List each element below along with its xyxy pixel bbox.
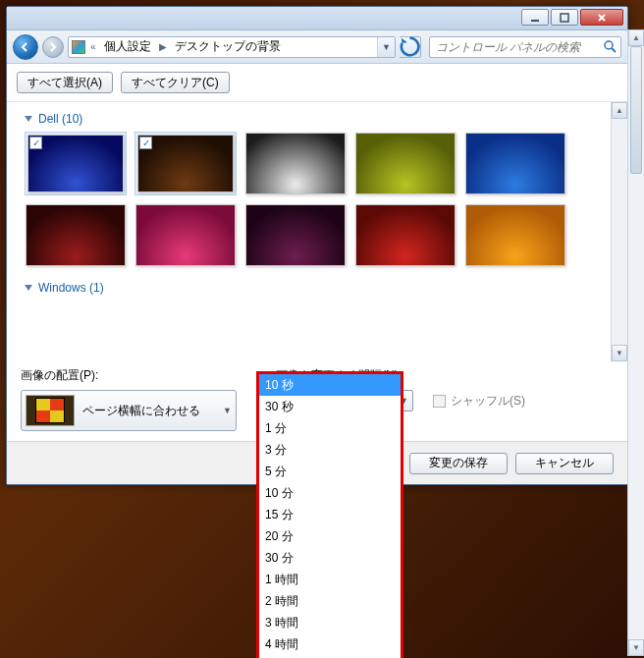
interval-option[interactable]: 15 分	[259, 504, 401, 525]
wallpaper-thumbnail[interactable]: ✓	[134, 132, 237, 195]
wallpaper-thumbnail[interactable]	[244, 132, 347, 195]
wallpaper-thumbnail[interactable]	[464, 203, 566, 267]
select-all-button[interactable]: すべて選択(A)	[17, 72, 113, 93]
save-changes-button[interactable]: 変更の保存	[409, 453, 508, 474]
scroll-down-button[interactable]: ▼	[628, 639, 644, 656]
shuffle-checkbox[interactable]: シャッフル(S)	[433, 393, 525, 410]
svg-point-2	[605, 41, 613, 49]
collapse-icon	[25, 285, 32, 291]
titlebar	[7, 7, 627, 30]
interval-option[interactable]: 30 秒	[259, 396, 401, 417]
control-panel-icon	[69, 37, 88, 57]
group-dell-label: Dell (10)	[38, 112, 82, 126]
wallpaper-image	[355, 133, 456, 194]
interval-option[interactable]: 20 分	[259, 525, 401, 547]
search-box[interactable]	[429, 36, 621, 58]
chevron-right-icon: ▶	[157, 41, 169, 52]
check-icon: ✓	[29, 137, 42, 149]
refresh-button[interactable]	[400, 36, 421, 58]
group-windows[interactable]: Windows (1)	[25, 277, 601, 301]
chevron-down-icon: ▼	[223, 406, 232, 415]
close-button[interactable]	[580, 9, 623, 26]
nav-forward-button[interactable]	[42, 36, 64, 58]
wallpaper-image	[26, 204, 126, 266]
shuffle-label: シャッフル(S)	[451, 393, 525, 410]
wallpaper-thumbnail[interactable]	[244, 203, 347, 267]
wallpaper-image	[465, 204, 565, 266]
collapse-icon	[25, 116, 32, 122]
wallpaper-grid: ✓✓	[25, 132, 601, 267]
svg-line-3	[612, 48, 616, 52]
search-input[interactable]	[430, 40, 599, 54]
address-dropdown[interactable]: ▼	[377, 37, 395, 57]
wallpaper-image	[245, 204, 346, 266]
wallpaper-thumbnail[interactable]	[354, 203, 456, 267]
minimize-button[interactable]	[521, 9, 549, 26]
breadcrumb-personalization[interactable]: 個人設定	[98, 37, 157, 57]
position-label: 画像の配置(P):	[21, 367, 237, 384]
interval-option[interactable]: 3 分	[259, 439, 401, 461]
cancel-button[interactable]: キャンセル	[515, 453, 614, 474]
scrollbar-thumb[interactable]	[630, 46, 642, 174]
scroll-down-button[interactable]: ▼	[612, 345, 627, 361]
interval-option[interactable]: 4 時間	[259, 633, 401, 655]
scroll-up-button[interactable]: ▲	[628, 29, 644, 46]
position-value: ページ横幅に合わせる	[82, 403, 215, 419]
interval-option[interactable]: 1 時間	[259, 569, 401, 590]
wallpaper-thumbnail[interactable]	[134, 203, 237, 267]
addr-prefix: «	[88, 41, 98, 52]
wallpaper-image	[465, 133, 565, 194]
wallpaper-image	[355, 204, 456, 266]
interval-option[interactable]: 5 分	[259, 461, 401, 482]
svg-rect-1	[561, 14, 568, 22]
wallpaper-image	[135, 204, 236, 266]
checkbox-box	[433, 395, 446, 408]
interval-option[interactable]: 10 分	[259, 482, 401, 504]
breadcrumb-desktop-background[interactable]: デスクトップの背景	[169, 37, 287, 57]
nav-back-button[interactable]	[13, 34, 38, 60]
position-thumbnail	[26, 395, 75, 426]
group-dell[interactable]: Dell (10)	[25, 108, 601, 132]
interval-option[interactable]: 2 時間	[259, 590, 401, 612]
wallpaper-thumbnail[interactable]	[25, 203, 127, 267]
check-icon: ✓	[139, 137, 152, 149]
outer-scrollbar[interactable]: ▲ ▼	[627, 29, 644, 656]
picture-position-dropdown[interactable]: ページ横幅に合わせる ▼	[21, 390, 237, 431]
clear-all-button[interactable]: すべてクリア(C)	[121, 72, 230, 93]
wallpaper-thumbnail[interactable]	[354, 132, 456, 195]
interval-option[interactable]: 1 分	[259, 417, 401, 439]
interval-option[interactable]: 10 秒	[259, 374, 401, 396]
interval-option[interactable]: 3 時間	[259, 612, 401, 633]
group-windows-label: Windows (1)	[38, 281, 104, 295]
content-area: Dell (10) ✓✓ Windows (1) ▲ ▼	[7, 102, 627, 361]
maximize-button[interactable]	[551, 9, 578, 26]
content-scrollbar[interactable]: ▲ ▼	[611, 102, 627, 361]
navigation-bar: « 個人設定 ▶ デスクトップの背景 ▼	[7, 30, 627, 64]
scroll-up-button[interactable]: ▲	[612, 102, 627, 119]
svg-rect-0	[531, 20, 539, 22]
address-bar[interactable]: « 個人設定 ▶ デスクトップの背景 ▼	[68, 36, 396, 58]
wallpaper-image	[245, 133, 346, 194]
interval-option[interactable]: 30 分	[259, 547, 401, 569]
wallpaper-thumbnail[interactable]: ✓	[25, 132, 127, 195]
search-icon[interactable]	[599, 40, 620, 53]
toolbar: すべて選択(A) すべてクリア(C)	[7, 64, 627, 102]
wallpaper-thumbnail[interactable]	[464, 132, 566, 195]
interval-dropdown-list[interactable]: 10 秒30 秒1 分3 分5 分10 分15 分20 分30 分1 時間2 時…	[256, 371, 403, 658]
